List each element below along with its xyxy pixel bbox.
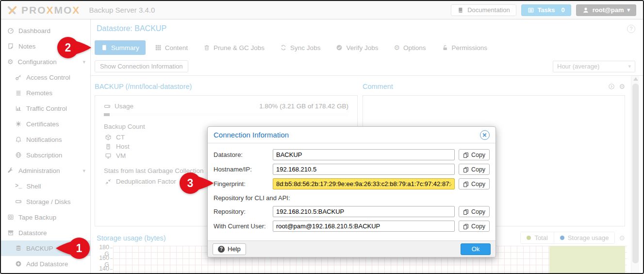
help-button[interactable]: ?Help: [213, 243, 246, 255]
svg-text:3: 3: [187, 177, 194, 189]
copy-repository-button[interactable]: Copy: [459, 206, 490, 217]
copy-current-user-button[interactable]: Copy: [459, 221, 490, 232]
sidebar-item-shell[interactable]: >_Shell: [1, 178, 90, 194]
datastore-field-label: Datastore:: [214, 151, 273, 158]
help-icon[interactable]: ?: [627, 25, 635, 33]
tab-content[interactable]: Content: [149, 40, 194, 55]
plus-icon: [15, 260, 22, 267]
connection-information-dialog: Connection Information Datastore: Copy H…: [207, 126, 496, 257]
storage-dot-icon: [560, 236, 564, 240]
tasks-count: 0: [561, 6, 565, 14]
book-icon: [101, 44, 108, 51]
sidebar-item-subscription[interactable]: Subscription: [1, 147, 90, 163]
check-circle-icon: [336, 44, 343, 51]
show-connection-information-button[interactable]: Show Connection Information: [95, 60, 188, 72]
close-icon[interactable]: [480, 130, 490, 140]
gear-icon[interactable]: ⚙: [619, 83, 625, 90]
bell-icon: [15, 136, 22, 143]
trash-icon: [203, 44, 210, 51]
product-version: Backup Server 3.4.0: [89, 6, 155, 14]
dialog-title: Connection Information: [214, 131, 289, 139]
current-user-field-label: With Current User:: [214, 223, 273, 230]
fingerprint-input[interactable]: [273, 178, 455, 189]
annotation-badge-1: 1: [55, 237, 91, 260]
copy-icon: [463, 167, 469, 172]
copy-fingerprint-button[interactable]: Copy: [459, 178, 490, 189]
sync-icon: [280, 44, 287, 51]
chevron-down-icon: ▾: [627, 7, 630, 13]
repository-input[interactable]: [273, 206, 455, 217]
usage-progress-bar: [104, 113, 348, 116]
dashboard-icon: [7, 27, 14, 34]
archive-icon: [7, 229, 14, 236]
brand-wordmark: PROXMOX: [21, 4, 80, 16]
tab-options[interactable]: ⚙Options: [387, 40, 432, 55]
chevron-down-icon: ▾: [628, 63, 631, 69]
chevron-down-icon[interactable]: ▾: [83, 168, 85, 174]
tasks-button[interactable]: Tasks0: [521, 4, 571, 16]
legend-item-total[interactable]: Total: [521, 232, 553, 243]
tab-summary[interactable]: Summary: [95, 40, 146, 55]
total-area-series: [549, 246, 625, 273]
edit-icon[interactable]: [608, 83, 615, 90]
chart-legend: Total Storage usage: [520, 232, 615, 244]
user-icon: [582, 7, 589, 14]
y-axis-tick: 140 G: [95, 265, 109, 274]
panel-title: BACKUP (/mnt/local-datastore): [95, 83, 358, 90]
sidebar-item-tape-backup[interactable]: Tape Backup: [1, 209, 90, 225]
annotation-badge-3: 3: [179, 171, 215, 195]
sidebar-item-access-control[interactable]: Access Control: [1, 69, 90, 85]
scrollbar-thumb[interactable]: [632, 84, 639, 263]
chart-title: Storage usage (bytes): [97, 234, 166, 242]
tab-sync-jobs[interactable]: Sync Jobs: [274, 40, 327, 55]
sidebar-item-remotes[interactable]: Remotes: [1, 85, 90, 101]
sidebar-item-administration[interactable]: Administration▾: [1, 163, 90, 178]
question-icon: ?: [218, 246, 225, 253]
ok-button[interactable]: Ok: [461, 243, 491, 255]
copy-datastore-button[interactable]: Copy: [459, 149, 490, 160]
tab-verify-jobs[interactable]: Verify Jobs: [330, 40, 384, 55]
gear-icon[interactable]: ⚙: [619, 235, 625, 241]
disk-icon: [104, 103, 111, 110]
total-dot-icon: [527, 236, 531, 240]
svg-text:1: 1: [76, 242, 83, 255]
current-user-repository-input[interactable]: [273, 221, 455, 232]
tab-bar: Summary Content Prune & GC Jobs Sync Job…: [91, 38, 643, 57]
sidebar-item-notifications[interactable]: Notifications: [1, 132, 90, 147]
svg-text:2: 2: [65, 41, 71, 54]
user-menu-button[interactable]: root@pam▾: [576, 4, 636, 16]
documentation-button[interactable]: Documentation: [451, 4, 516, 16]
top-bar: PROXMOX Backup Server 3.4.0 Documentatio…: [1, 1, 643, 19]
copy-hostname-button[interactable]: Copy: [459, 164, 490, 175]
datastore-input[interactable]: [273, 149, 455, 160]
tape-icon: [7, 214, 14, 221]
copy-icon: [463, 152, 469, 158]
sidebar-item-certificates[interactable]: Certificates: [1, 116, 90, 132]
wrench-icon: [7, 167, 14, 174]
terminal-icon: >_: [15, 183, 22, 189]
certificate-icon: [15, 120, 22, 127]
chevron-down-icon[interactable]: ▾: [83, 59, 85, 65]
tab-permissions[interactable]: Permissions: [435, 40, 494, 55]
gear-icon: ⚙: [394, 44, 400, 51]
grid-icon: [155, 44, 162, 51]
tab-prune-gc-jobs[interactable]: Prune & GC Jobs: [197, 40, 271, 55]
app-window: PROXMOX Backup Server 3.4.0 Documentatio…: [0, 0, 644, 274]
task-list-icon: [528, 7, 534, 14]
hostname-input[interactable]: [273, 164, 455, 175]
scroll-up-icon[interactable]: [633, 77, 638, 81]
copy-icon: [463, 223, 469, 229]
copy-icon: [463, 209, 469, 215]
compress-icon: [105, 178, 112, 185]
chart-icon: [15, 105, 22, 112]
sidebar-item-storage-disks[interactable]: Storage / Disks: [1, 194, 90, 209]
timeframe-select[interactable]: Hour (average) ▾: [553, 61, 635, 72]
page-title: Datastore: BACKUP: [97, 24, 166, 33]
book-icon: [457, 7, 464, 14]
vertical-scrollbar[interactable]: [631, 76, 639, 273]
sidebar-item-traffic-control[interactable]: Traffic Control: [1, 101, 90, 116]
panel-title: Comment: [363, 83, 393, 90]
copy-icon: [463, 181, 469, 187]
legend-item-storage-usage[interactable]: Storage usage: [554, 232, 615, 243]
key-icon: [15, 74, 22, 81]
